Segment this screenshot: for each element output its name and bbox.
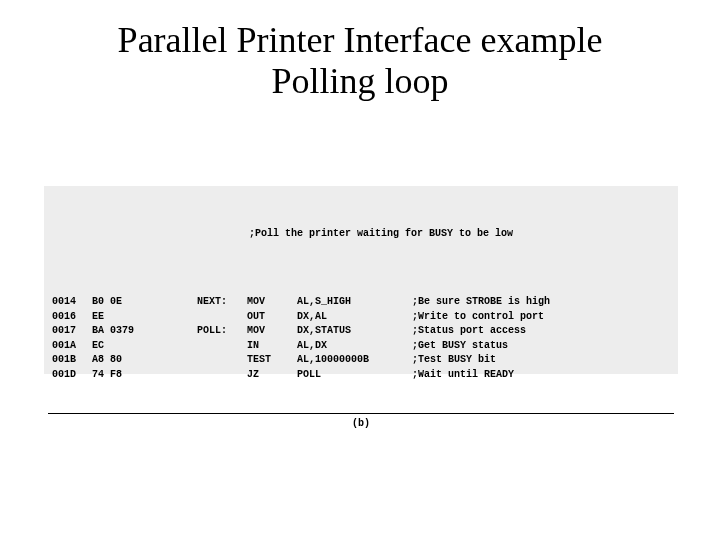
slide: Parallel Printer Interface example Polli… bbox=[0, 0, 720, 540]
code-row: 0014 B0 0E NEXT: MOV AL,S_HIGH ;Be sure … bbox=[52, 295, 550, 310]
operand-cell: AL,DX bbox=[297, 339, 412, 354]
addr-cell: 001D bbox=[52, 368, 92, 383]
code-row: 001D 74 F8 JZ POLL ;Wait until READY bbox=[52, 368, 550, 383]
addr-cell: 001B bbox=[52, 353, 92, 368]
hex-cell: BA 0379 bbox=[92, 324, 197, 339]
operand-cell: AL,S_HIGH bbox=[297, 295, 412, 310]
operand-cell: DX,STATUS bbox=[297, 324, 412, 339]
hex-cell: 74 F8 bbox=[92, 368, 197, 383]
code-listing: ;Poll the printer waiting for BUSY to be… bbox=[44, 186, 678, 374]
label-cell bbox=[197, 339, 247, 354]
addr-cell: 0014 bbox=[52, 295, 92, 310]
comment-cell: ;Be sure STROBE is high bbox=[412, 295, 550, 310]
code-row: 001A EC IN AL,DX ;Get BUSY status bbox=[52, 339, 550, 354]
mnemonic-cell: OUT bbox=[247, 310, 297, 325]
operand-cell: POLL bbox=[297, 368, 412, 383]
comment-cell: ;Status port access bbox=[412, 324, 550, 339]
label-cell bbox=[197, 368, 247, 383]
mnemonic-cell: MOV bbox=[247, 295, 297, 310]
title-line-1: Parallel Printer Interface example bbox=[118, 20, 603, 60]
code-table: 0014 B0 0E NEXT: MOV AL,S_HIGH ;Be sure … bbox=[52, 295, 550, 382]
addr-cell: 001A bbox=[52, 339, 92, 354]
label-cell: NEXT: bbox=[197, 295, 247, 310]
comment-cell: ;Wait until READY bbox=[412, 368, 550, 383]
comment-cell: ;Write to control port bbox=[412, 310, 550, 325]
label-cell bbox=[197, 353, 247, 368]
label-cell bbox=[197, 310, 247, 325]
title-line-2: Polling loop bbox=[271, 61, 448, 101]
divider-line bbox=[48, 413, 674, 414]
comment-cell: ;Test BUSY bit bbox=[412, 353, 550, 368]
code-inner: ;Poll the printer waiting for BUSY to be… bbox=[44, 186, 678, 411]
hex-cell: EE bbox=[92, 310, 197, 325]
label-cell: POLL: bbox=[197, 324, 247, 339]
operand-cell: AL,10000000B bbox=[297, 353, 412, 368]
addr-cell: 0016 bbox=[52, 310, 92, 325]
code-caption: ;Poll the printer waiting for BUSY to be… bbox=[52, 227, 670, 242]
hex-cell: A8 80 bbox=[92, 353, 197, 368]
code-row: 001B A8 80 TEST AL,10000000B ;Test BUSY … bbox=[52, 353, 550, 368]
code-row: 0016 EE OUT DX,AL ;Write to control port bbox=[52, 310, 550, 325]
hex-cell: EC bbox=[92, 339, 197, 354]
code-row: 0017 BA 0379 POLL: MOV DX,STATUS ;Status… bbox=[52, 324, 550, 339]
mnemonic-cell: JZ bbox=[247, 368, 297, 383]
mnemonic-cell: TEST bbox=[247, 353, 297, 368]
mnemonic-cell: IN bbox=[247, 339, 297, 354]
figure-label: (b) bbox=[44, 418, 678, 429]
slide-title: Parallel Printer Interface example Polli… bbox=[0, 0, 720, 103]
comment-cell: ;Get BUSY status bbox=[412, 339, 550, 354]
addr-cell: 0017 bbox=[52, 324, 92, 339]
mnemonic-cell: MOV bbox=[247, 324, 297, 339]
operand-cell: DX,AL bbox=[297, 310, 412, 325]
hex-cell: B0 0E bbox=[92, 295, 197, 310]
